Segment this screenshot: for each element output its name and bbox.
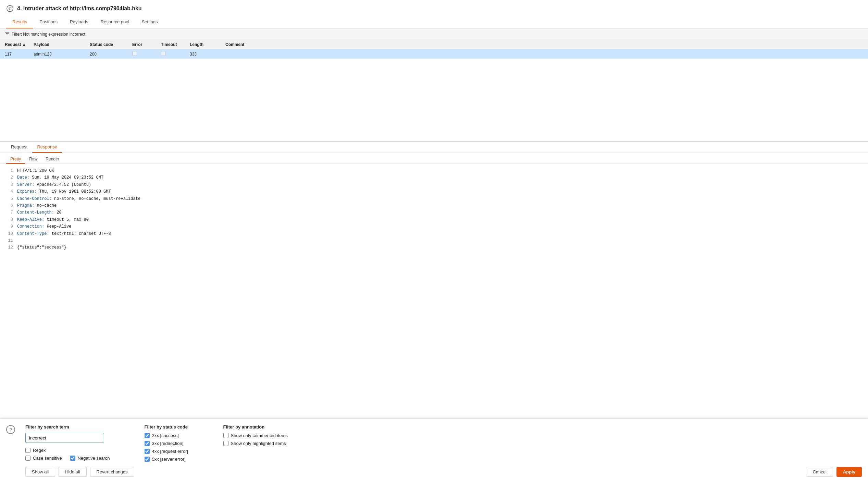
status-checkbox-0[interactable]	[145, 433, 150, 438]
code-line: 7Content-Length: 20	[6, 209, 862, 216]
regex-checkbox[interactable]	[25, 448, 30, 453]
code-line: 3Server: Apache/2.4.52 (Ubuntu)	[6, 181, 862, 188]
cell-timeout	[161, 51, 188, 57]
status-code-label: 2xx [success]	[152, 433, 179, 438]
help-icon[interactable]: ?	[6, 425, 15, 434]
cell-payload: admin123	[34, 52, 88, 57]
tab-positions[interactable]: Positions	[33, 16, 64, 28]
col-status-code: Status code	[90, 42, 131, 47]
tab-resource-pool[interactable]: Resource pool	[95, 16, 136, 28]
col-timeout: Timeout	[161, 42, 188, 47]
annotation-label: Show only commented items	[231, 433, 288, 438]
annotation-checkbox-1[interactable]	[223, 441, 228, 446]
status-code-item: 5xx [server error]	[145, 457, 213, 462]
case-sensitive-label: Case sensitive	[33, 456, 62, 461]
tab-settings[interactable]: Settings	[135, 16, 164, 28]
hide-all-button[interactable]: Hide all	[59, 467, 86, 477]
cancel-button[interactable]: Cancel	[806, 467, 833, 477]
code-line: 9Connection: Keep-Alive	[6, 223, 862, 230]
regex-row: Regex	[25, 448, 134, 453]
col-length: Length	[190, 42, 224, 47]
status-code-label: 5xx [server error]	[152, 457, 186, 462]
cell-request: 117	[5, 52, 32, 57]
regex-label: Regex	[33, 448, 46, 453]
code-line: 4Expires: Thu, 19 Nov 1981 08:52:00 GMT	[6, 188, 862, 195]
col-payload: Payload	[34, 42, 88, 47]
negative-search-row: Negative search	[70, 456, 110, 461]
status-code-section: Filter by status code 2xx [success]3xx […	[145, 424, 213, 462]
annotation-item: Show only commented items	[223, 433, 292, 438]
sub-tabs: Request Response	[0, 142, 868, 153]
tab-raw[interactable]: Raw	[25, 155, 41, 164]
main-tabs: Results Positions Payloads Resource pool…	[0, 16, 868, 28]
annotation-title: Filter by annotation	[223, 424, 292, 430]
page-title: 4. Intruder attack of http://lms.comp790…	[17, 5, 142, 12]
status-checkbox-2[interactable]	[145, 449, 150, 454]
code-line: 1HTTP/1.1 200 OK	[6, 167, 862, 174]
status-code-label: 3xx [redirection]	[152, 441, 184, 446]
code-line: 6Pragma: no-cache	[6, 202, 862, 209]
code-line: 8Keep-Alive: timeout=5, max=90	[6, 216, 862, 223]
annotation-item: Show only highlighted items	[223, 441, 292, 446]
title-bar: 4. Intruder attack of http://lms.comp790…	[0, 0, 868, 16]
annotation-section: Filter by annotation Show only commented…	[223, 424, 292, 446]
tab-request[interactable]: Request	[6, 142, 32, 153]
tab-results[interactable]: Results	[6, 16, 33, 28]
filter-bar[interactable]: Filter: Not matching expression incorrec…	[0, 28, 868, 40]
cell-error	[132, 51, 160, 57]
status-code-title: Filter by status code	[145, 424, 213, 430]
status-checkbox-1[interactable]	[145, 441, 150, 446]
case-sensitive-checkbox[interactable]	[25, 456, 30, 461]
case-sensitive-row: Case sensitive	[25, 456, 62, 461]
search-term-title: Filter by search term	[25, 424, 134, 430]
status-code-item: 4xx [request error]	[145, 449, 213, 454]
annotation-checkbox-0[interactable]	[223, 433, 228, 438]
table-header: Request ▲ Payload Status code Error Time…	[0, 40, 868, 49]
tab-render[interactable]: Render	[41, 155, 63, 164]
apply-button[interactable]: Apply	[836, 467, 862, 477]
tab-payloads[interactable]: Payloads	[64, 16, 94, 28]
results-pane: Filter: Not matching expression incorrec…	[0, 28, 868, 142]
status-code-list: 2xx [success]3xx [redirection]4xx [reque…	[145, 433, 213, 462]
show-all-button[interactable]: Show all	[25, 467, 55, 477]
tab-response[interactable]: Response	[32, 142, 62, 153]
back-icon[interactable]	[6, 5, 14, 12]
status-code-item: 2xx [success]	[145, 433, 213, 438]
col-comment: Comment	[225, 42, 863, 47]
tab-pretty[interactable]: Pretty	[6, 155, 25, 164]
status-code-label: 4xx [request error]	[152, 449, 188, 454]
status-code-item: 3xx [redirection]	[145, 441, 213, 446]
search-term-section: Filter by search term Regex Case sensiti…	[25, 424, 134, 477]
code-line: 12{"status":"success"}	[6, 244, 862, 251]
code-line: 2Date: Sun, 19 May 2024 09:23:52 GMT	[6, 174, 862, 181]
negative-search-label: Negative search	[78, 456, 110, 461]
svg-point-0	[7, 5, 13, 12]
code-line: 11	[6, 237, 862, 244]
filter-dialog: ? Filter by search term Regex Case sensi…	[0, 419, 868, 482]
response-tabs: Pretty Raw Render	[0, 153, 868, 164]
code-line: 5Cache-Control: no-store, no-cache, must…	[6, 195, 862, 202]
table-row[interactable]: 117 admin123 200 333	[0, 49, 868, 59]
search-input[interactable]	[25, 433, 104, 443]
col-error: Error	[132, 42, 160, 47]
annotation-list: Show only commented itemsShow only highl…	[223, 433, 292, 446]
revert-changes-button[interactable]: Revert changes	[90, 467, 134, 477]
cell-status-code: 200	[90, 52, 131, 57]
filter-icon	[5, 31, 10, 37]
annotation-label: Show only highlighted items	[231, 441, 286, 446]
timeout-checkbox	[161, 51, 166, 56]
filter-label: Filter: Not matching expression incorrec…	[12, 32, 85, 37]
error-checkbox	[132, 51, 137, 56]
status-checkbox-3[interactable]	[145, 457, 150, 462]
col-request: Request ▲	[5, 42, 32, 47]
bottom-pane: Request Response Pretty Raw Render 1HTTP…	[0, 142, 868, 482]
cell-length: 333	[190, 52, 224, 57]
code-line: 10Content-Type: text/html; charset=UTF-8	[6, 230, 862, 237]
negative-search-checkbox[interactable]	[70, 456, 75, 461]
